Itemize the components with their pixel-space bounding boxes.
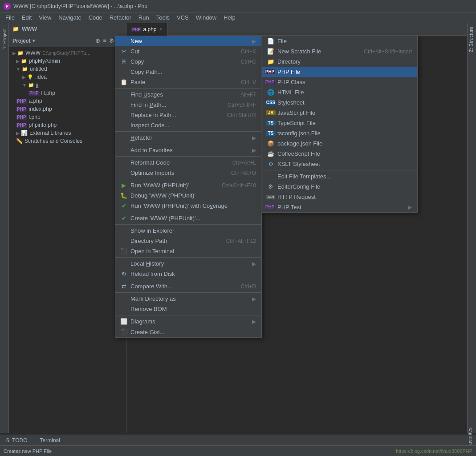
ctx-create-gist[interactable]: ⚫ Create Gist... [115, 327, 261, 337]
api-icon: API [266, 195, 276, 199]
submenu-tsconfig[interactable]: TS tsconfig.json File [262, 128, 417, 138]
file-icon: 📄 [266, 38, 276, 44]
ctx-coverage[interactable]: ✔ Run 'WWW (PHPUnit)' with Coverage [115, 201, 261, 211]
php-test-icon: PHP [266, 205, 276, 210]
submenu-tsconfig-label: tsconfig.json File [277, 130, 321, 137]
ctx-dir-path-shortcut: Ctrl+Alt+F12 [217, 238, 256, 244]
ctx-local-history-label: Local History [130, 260, 164, 267]
ctx-optimize[interactable]: Optimize Imports Ctrl+Alt+O [115, 168, 261, 178]
ctx-sep-5 [115, 179, 261, 179]
ctx-sep-11 [115, 315, 261, 315]
php-class-icon: PHP [266, 80, 276, 85]
ctx-create-gist-label: Create Gist... [130, 329, 165, 335]
ctx-find-path[interactable]: Find in Path... Ctrl+Shift+F [115, 100, 261, 110]
ctx-copy[interactable]: ⎘ Copy Ctrl+C [115, 56, 261, 67]
ctx-sep-3 [115, 144, 261, 144]
submenu-php-test-label: PHP Test [277, 204, 301, 210]
ctx-paste-shortcut: Ctrl+V [232, 79, 256, 85]
ctx-find-path-shortcut: Ctrl+Shift+F [219, 102, 256, 108]
submenu-ts-label: TypeScript File [277, 120, 316, 126]
ctx-show-explorer[interactable]: Show in Explorer [115, 226, 261, 236]
ctx-sep-2 [115, 131, 261, 132]
ctx-refactor-arrow: ▶ [252, 135, 256, 141]
ctx-favorites[interactable]: Add to Favorites ▶ [115, 145, 261, 155]
ctx-new[interactable]: New ▶ [115, 36, 261, 46]
ctx-sep-7 [115, 224, 261, 225]
submenu-file-label: File [277, 38, 287, 44]
ctx-find-usages[interactable]: Find Usages Alt+F7 [115, 89, 261, 100]
debug-icon: 🐛 [119, 192, 129, 199]
ctx-mark-dir-label: Mark Directory as [130, 295, 176, 302]
ctx-find-path-label: Find in Path... [130, 101, 166, 108]
ctx-run[interactable]: ▶ Run 'WWW (PHPUnit)' Ctrl+Shift+F10 [115, 180, 261, 190]
ctx-mark-dir[interactable]: Mark Directory as ▶ [115, 294, 261, 304]
reload-icon: ↻ [119, 270, 129, 277]
submenu-scratch-shortcut: Ctrl+Alt+Shift+Insert [355, 48, 412, 55]
submenu-http-request[interactable]: API HTTP Request [262, 192, 417, 202]
packagejson-icon: 📦 [266, 140, 276, 147]
submenu-packagejson-label: package.json File [277, 140, 322, 147]
html-icon: 🌐 [266, 89, 276, 96]
submenu-xslt[interactable]: ⚙ XSLT Stylesheet [262, 159, 417, 169]
submenu-editorconfig[interactable]: ⚙ EditorConfig File [262, 182, 417, 192]
submenu-edit-templates-label: Edit File Templates... [277, 173, 331, 180]
ctx-compare[interactable]: ⇄ Compare With... Ctrl+D [115, 281, 261, 291]
terminal-icon: ⬛ [119, 248, 129, 254]
submenu-file[interactable]: 📄 File [262, 36, 417, 46]
ctx-find-usages-shortcut: Alt+F7 [232, 92, 256, 98]
ctx-replace-path[interactable]: Replace in Path... Ctrl+Shift+R [115, 110, 261, 120]
ctx-favorites-arrow: ▶ [252, 147, 256, 153]
ctx-terminal[interactable]: ⬛ Open in Terminal [115, 246, 261, 256]
ctx-debug-label: Debug 'WWW (PHPUnit)' [130, 192, 195, 199]
ctx-local-history[interactable]: Local History ▶ [115, 258, 261, 269]
submenu-php-class-label: PHP Class [277, 79, 305, 85]
tsconfig-icon: TS [266, 131, 276, 136]
scratch-icon: 📝 [266, 48, 276, 55]
ctx-remove-bom-label: Remove BOM [130, 306, 167, 312]
paste-icon: 📋 [119, 79, 129, 85]
submenu-xslt-label: XSLT Stylesheet [277, 161, 320, 167]
ctx-new-label: New [130, 38, 142, 44]
copy-icon: ⎘ [119, 58, 129, 65]
ctx-sep-8 [115, 257, 261, 258]
ctx-diagrams[interactable]: ⬜ Diagrams ▶ [115, 316, 261, 327]
submenu-stylesheet-label: Stylesheet [277, 99, 305, 106]
ctx-sep-1 [115, 88, 261, 89]
submenu-html[interactable]: 🌐 HTML File [262, 87, 417, 97]
ctx-refactor[interactable]: Refactor ▶ [115, 133, 261, 143]
ctx-cut[interactable]: ✂ Cut Ctrl+X [115, 46, 261, 56]
ctx-reload[interactable]: ↻ Reload from Disk [115, 269, 261, 279]
submenu-php-test[interactable]: PHP PHP Test ▶ [262, 202, 417, 212]
submenu-http-request-label: HTTP Request [277, 194, 316, 200]
ctx-reformat[interactable]: Reformat Code Ctrl+Alt+L [115, 157, 261, 168]
php-file-icon: PHP [266, 69, 276, 74]
context-menu-main: New ▶ ✂ Cut Ctrl+X ⎘ Copy Ctrl+C Copy Pa… [115, 36, 262, 338]
submenu-directory[interactable]: 📁 Directory [262, 56, 417, 67]
submenu-php-class[interactable]: PHP PHP Class [262, 77, 417, 87]
submenu-packagejson[interactable]: 📦 package.json File [262, 138, 417, 149]
js-icon: JS [266, 110, 276, 115]
ctx-create[interactable]: ✔ Create 'WWW (PHPUnit)'... [115, 213, 261, 223]
ctx-diagrams-arrow: ▶ [252, 319, 256, 325]
submenu-php-file[interactable]: PHP PHP File [262, 67, 417, 77]
submenu-edit-templates[interactable]: Edit File Templates... [262, 171, 417, 182]
submenu-html-label: HTML File [277, 89, 304, 96]
ctx-copy-path[interactable]: Copy Path... [115, 67, 261, 77]
ctx-dir-path[interactable]: Directory Path Ctrl+Alt+F12 [115, 236, 261, 246]
submenu-ts[interactable]: TS TypeScript File [262, 118, 417, 128]
submenu-stylesheet[interactable]: CSS Stylesheet [262, 97, 417, 108]
submenu-php-file-label: PHP File [277, 69, 300, 75]
submenu-new: 📄 File 📝 New Scratch File Ctrl+Alt+Shift… [262, 36, 418, 213]
diagrams-icon: ⬜ [119, 318, 129, 325]
ctx-remove-bom[interactable]: Remove BOM [115, 304, 261, 314]
xslt-icon: ⚙ [266, 161, 276, 167]
ctx-debug[interactable]: 🐛 Debug 'WWW (PHPUnit)' [115, 190, 261, 201]
submenu-js[interactable]: JS JavaScript File [262, 108, 417, 118]
submenu-scratch[interactable]: 📝 New Scratch File Ctrl+Alt+Shift+Insert [262, 46, 417, 56]
css-icon: CSS [266, 100, 276, 105]
ctx-inspect-code[interactable]: Inspect Code... [115, 120, 261, 130]
ctx-compare-label: Compare With... [130, 283, 172, 290]
ctx-paste[interactable]: 📋 Paste Ctrl+V [115, 77, 261, 87]
run-icon: ▶ [119, 182, 129, 189]
submenu-coffee[interactable]: ☕ CoffeeScript File [262, 149, 417, 159]
